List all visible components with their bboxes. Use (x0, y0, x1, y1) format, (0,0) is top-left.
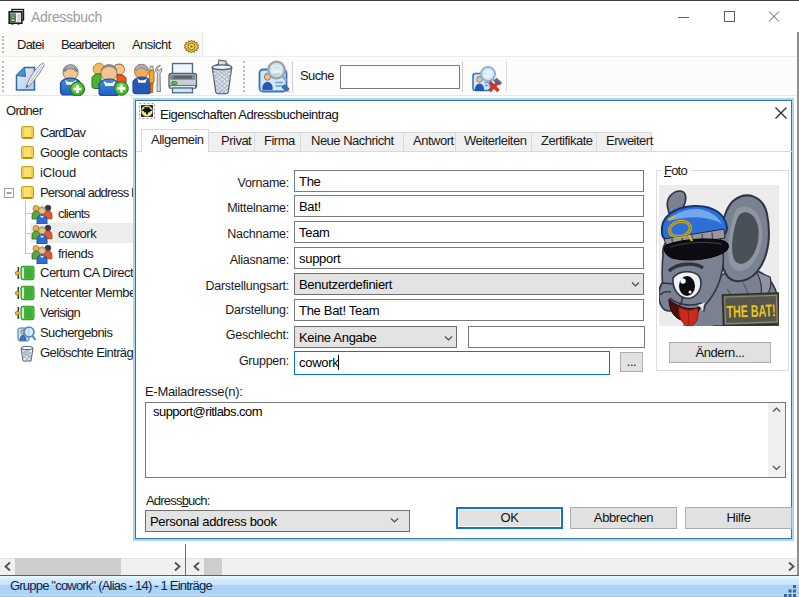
svg-text:THE BAT!: THE BAT! (726, 301, 776, 322)
